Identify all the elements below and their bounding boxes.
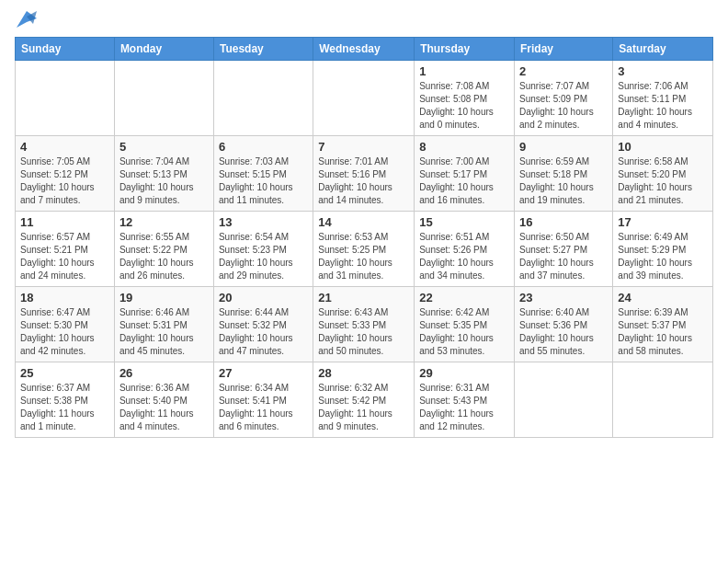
day-info: Sunrise: 6:43 AM Sunset: 5:33 PM Dayligh… (318, 306, 409, 358)
weekday-header-thursday: Thursday (415, 38, 515, 61)
day-info: Sunrise: 6:40 AM Sunset: 5:36 PM Dayligh… (519, 306, 608, 358)
calendar-cell: 27Sunrise: 6:34 AM Sunset: 5:41 PM Dayli… (213, 362, 313, 438)
weekday-header-monday: Monday (114, 38, 213, 61)
calendar-cell: 16Sunrise: 6:50 AM Sunset: 5:27 PM Dayli… (515, 212, 613, 287)
calendar-cell (213, 61, 313, 136)
day-info: Sunrise: 7:00 AM Sunset: 5:17 PM Dayligh… (419, 155, 509, 207)
day-number: 23 (519, 291, 608, 304)
day-number: 9 (519, 140, 608, 154)
day-number: 13 (219, 215, 308, 229)
weekday-header-friday: Friday (515, 38, 613, 61)
calendar-cell: 28Sunrise: 6:32 AM Sunset: 5:42 PM Dayli… (313, 362, 415, 438)
calendar-cell: 6Sunrise: 7:03 AM Sunset: 5:15 PM Daylig… (213, 136, 313, 212)
calendar-week-row: 18Sunrise: 6:47 AM Sunset: 5:30 PM Dayli… (16, 287, 713, 362)
day-number: 20 (219, 291, 308, 304)
calendar-cell (16, 61, 115, 136)
day-info: Sunrise: 6:54 AM Sunset: 5:23 PM Dayligh… (219, 231, 308, 282)
day-number: 4 (20, 140, 109, 154)
calendar-cell: 20Sunrise: 6:44 AM Sunset: 5:32 PM Dayli… (213, 287, 313, 362)
calendar-cell: 15Sunrise: 6:51 AM Sunset: 5:26 PM Dayli… (415, 212, 515, 287)
day-number: 14 (318, 215, 409, 229)
day-info: Sunrise: 7:06 AM Sunset: 5:11 PM Dayligh… (618, 80, 708, 132)
day-number: 25 (20, 366, 109, 380)
day-number: 16 (519, 215, 608, 229)
day-info: Sunrise: 6:53 AM Sunset: 5:25 PM Dayligh… (318, 231, 409, 282)
calendar-cell: 10Sunrise: 6:58 AM Sunset: 5:20 PM Dayli… (613, 136, 713, 212)
day-info: Sunrise: 6:37 AM Sunset: 5:38 PM Dayligh… (20, 382, 109, 433)
day-info: Sunrise: 7:08 AM Sunset: 5:08 PM Dayligh… (419, 80, 509, 132)
day-number: 1 (419, 64, 509, 78)
day-info: Sunrise: 6:42 AM Sunset: 5:35 PM Dayligh… (419, 306, 509, 358)
weekday-header-wednesday: Wednesday (313, 38, 415, 61)
calendar-cell: 1Sunrise: 7:08 AM Sunset: 5:08 PM Daylig… (415, 61, 515, 136)
day-number: 24 (618, 291, 708, 304)
day-number: 29 (419, 366, 509, 380)
page-header (15, 15, 713, 28)
calendar-cell: 4Sunrise: 7:05 AM Sunset: 5:12 PM Daylig… (16, 136, 115, 212)
calendar-cell: 22Sunrise: 6:42 AM Sunset: 5:35 PM Dayli… (415, 287, 515, 362)
day-info: Sunrise: 6:36 AM Sunset: 5:40 PM Dayligh… (119, 382, 209, 433)
calendar-cell (613, 362, 713, 438)
calendar-week-row: 4Sunrise: 7:05 AM Sunset: 5:12 PM Daylig… (16, 136, 713, 212)
day-number: 19 (119, 291, 209, 304)
calendar-cell (114, 61, 213, 136)
day-number: 22 (419, 291, 509, 304)
weekday-header-tuesday: Tuesday (213, 38, 313, 61)
day-number: 18 (20, 291, 109, 304)
day-number: 3 (618, 64, 708, 78)
day-info: Sunrise: 6:59 AM Sunset: 5:18 PM Dayligh… (519, 155, 608, 207)
logo (15, 15, 37, 28)
calendar-cell: 19Sunrise: 6:46 AM Sunset: 5:31 PM Dayli… (114, 287, 213, 362)
day-info: Sunrise: 6:39 AM Sunset: 5:37 PM Dayligh… (618, 306, 708, 358)
day-number: 21 (318, 291, 409, 304)
calendar-cell: 13Sunrise: 6:54 AM Sunset: 5:23 PM Dayli… (213, 212, 313, 287)
day-number: 11 (20, 215, 109, 229)
day-number: 12 (119, 215, 209, 229)
day-number: 8 (419, 140, 509, 154)
calendar-week-row: 11Sunrise: 6:57 AM Sunset: 5:21 PM Dayli… (16, 212, 713, 287)
calendar-cell (313, 61, 415, 136)
calendar-table: SundayMondayTuesdayWednesdayThursdayFrid… (15, 37, 713, 438)
calendar-cell: 29Sunrise: 6:31 AM Sunset: 5:43 PM Dayli… (415, 362, 515, 438)
calendar-cell: 3Sunrise: 7:06 AM Sunset: 5:11 PM Daylig… (613, 61, 713, 136)
day-number: 5 (119, 140, 209, 154)
calendar-week-row: 25Sunrise: 6:37 AM Sunset: 5:38 PM Dayli… (16, 362, 713, 438)
logo-bird-icon (17, 11, 37, 28)
day-number: 27 (219, 366, 308, 380)
calendar-cell: 18Sunrise: 6:47 AM Sunset: 5:30 PM Dayli… (16, 287, 115, 362)
day-number: 17 (618, 215, 708, 229)
day-info: Sunrise: 6:47 AM Sunset: 5:30 PM Dayligh… (20, 306, 109, 358)
day-info: Sunrise: 6:58 AM Sunset: 5:20 PM Dayligh… (618, 155, 708, 207)
day-number: 2 (519, 64, 608, 78)
calendar-cell: 26Sunrise: 6:36 AM Sunset: 5:40 PM Dayli… (114, 362, 213, 438)
day-info: Sunrise: 6:55 AM Sunset: 5:22 PM Dayligh… (119, 231, 209, 282)
day-number: 28 (318, 366, 409, 380)
weekday-header-saturday: Saturday (613, 38, 713, 61)
calendar-cell: 11Sunrise: 6:57 AM Sunset: 5:21 PM Dayli… (16, 212, 115, 287)
day-info: Sunrise: 7:01 AM Sunset: 5:16 PM Dayligh… (318, 155, 409, 207)
day-info: Sunrise: 6:31 AM Sunset: 5:43 PM Dayligh… (419, 382, 509, 433)
weekday-header-row: SundayMondayTuesdayWednesdayThursdayFrid… (16, 38, 713, 61)
day-info: Sunrise: 6:49 AM Sunset: 5:29 PM Dayligh… (618, 231, 708, 282)
day-info: Sunrise: 7:07 AM Sunset: 5:09 PM Dayligh… (519, 80, 608, 132)
calendar-cell (515, 362, 613, 438)
day-number: 26 (119, 366, 209, 380)
calendar-cell: 25Sunrise: 6:37 AM Sunset: 5:38 PM Dayli… (16, 362, 115, 438)
weekday-header-sunday: Sunday (16, 38, 115, 61)
day-info: Sunrise: 7:04 AM Sunset: 5:13 PM Dayligh… (119, 155, 209, 207)
calendar-cell: 14Sunrise: 6:53 AM Sunset: 5:25 PM Dayli… (313, 212, 415, 287)
calendar-cell: 8Sunrise: 7:00 AM Sunset: 5:17 PM Daylig… (415, 136, 515, 212)
day-info: Sunrise: 7:05 AM Sunset: 5:12 PM Dayligh… (20, 155, 109, 207)
day-info: Sunrise: 6:50 AM Sunset: 5:27 PM Dayligh… (519, 231, 608, 282)
calendar-cell: 5Sunrise: 7:04 AM Sunset: 5:13 PM Daylig… (114, 136, 213, 212)
calendar-cell: 9Sunrise: 6:59 AM Sunset: 5:18 PM Daylig… (515, 136, 613, 212)
day-number: 7 (318, 140, 409, 154)
day-number: 6 (219, 140, 308, 154)
calendar-cell: 23Sunrise: 6:40 AM Sunset: 5:36 PM Dayli… (515, 287, 613, 362)
day-info: Sunrise: 6:32 AM Sunset: 5:42 PM Dayligh… (318, 382, 409, 433)
calendar-cell: 12Sunrise: 6:55 AM Sunset: 5:22 PM Dayli… (114, 212, 213, 287)
day-info: Sunrise: 7:03 AM Sunset: 5:15 PM Dayligh… (219, 155, 308, 207)
calendar-cell: 7Sunrise: 7:01 AM Sunset: 5:16 PM Daylig… (313, 136, 415, 212)
day-info: Sunrise: 6:46 AM Sunset: 5:31 PM Dayligh… (119, 306, 209, 358)
day-info: Sunrise: 6:51 AM Sunset: 5:26 PM Dayligh… (419, 231, 509, 282)
